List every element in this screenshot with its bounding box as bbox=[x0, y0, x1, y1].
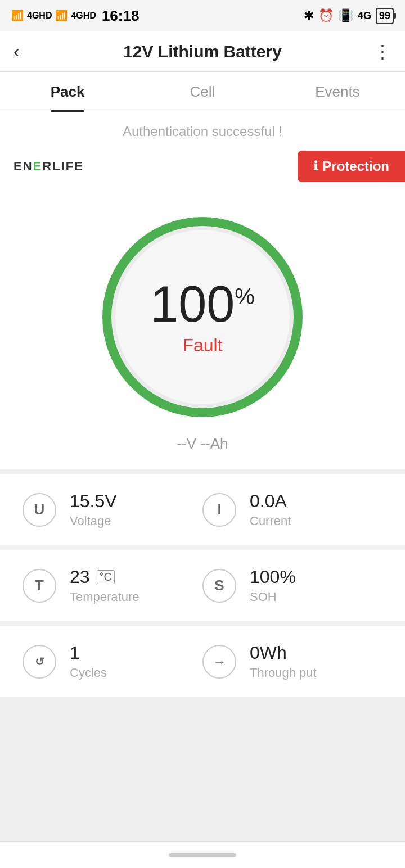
menu-button[interactable]: ⋮ bbox=[364, 41, 392, 62]
metric-voltage: U 15.5V Voltage bbox=[22, 491, 202, 528]
battery-indicator: 99 bbox=[376, 8, 394, 24]
bluetooth-icon: ✱ bbox=[304, 8, 314, 23]
temperature-value: 23 °C bbox=[70, 567, 140, 587]
metric-temperature: T 23 °C Temperature bbox=[22, 567, 202, 604]
voltage-value: 15.5V bbox=[70, 491, 117, 512]
alert-icon: ℹ bbox=[313, 159, 318, 174]
metric-soh: S 100% SOH bbox=[202, 567, 382, 604]
signal-icon-2: 📶 bbox=[55, 10, 68, 22]
gauge-section: 100% Fault --V --Ah bbox=[0, 193, 405, 469]
status-left: 📶 4GHD 📶 4GHD 16:18 bbox=[11, 7, 139, 25]
protection-label: Protection bbox=[322, 159, 389, 174]
tab-events[interactable]: Events bbox=[270, 72, 405, 112]
cycles-label: Cycles bbox=[70, 666, 107, 680]
gauge-wrapper: 100% Fault bbox=[96, 210, 309, 424]
tab-pack[interactable]: Pack bbox=[0, 72, 135, 112]
metric-cycles-text: 1 Cycles bbox=[70, 643, 107, 680]
current-icon-circle: I bbox=[202, 493, 236, 527]
protection-badge[interactable]: ℹ Protection bbox=[298, 151, 405, 182]
tab-cell[interactable]: Cell bbox=[135, 72, 270, 112]
brand-protection-row: ENERLIFE ℹ Protection bbox=[0, 145, 405, 193]
vibrate-icon: 📳 bbox=[338, 8, 353, 23]
soh-icon-circle: S bbox=[202, 569, 236, 603]
soh-value: 100% bbox=[250, 567, 296, 587]
status-right: ✱ ⏰ 📳 4G 99 bbox=[304, 8, 394, 24]
current-label: Current bbox=[250, 514, 291, 528]
tab-bar: Pack Cell Events bbox=[0, 72, 405, 112]
auth-bar: Authentication successful ! bbox=[0, 112, 405, 145]
metric-soh-text: 100% SOH bbox=[250, 567, 296, 604]
metric-throughput: → 0Wh Through put bbox=[202, 643, 382, 680]
cycles-icon-circle: ↺ bbox=[22, 645, 56, 679]
header: ‹ 12V Lithium Battery ⋮ bbox=[0, 31, 405, 72]
bottom-nav-indicator bbox=[169, 853, 236, 857]
metrics-row-2: T 23 °C Temperature S 100% SOH bbox=[0, 550, 405, 621]
celsius-box: °C bbox=[97, 570, 115, 584]
metric-current-text: 0.0A Current bbox=[250, 491, 291, 528]
gauge-status: Fault bbox=[182, 335, 222, 356]
status-bar: 📶 4GHD 📶 4GHD 16:18 ✱ ⏰ 📳 4G 99 bbox=[0, 0, 405, 31]
alarm-icon: ⏰ bbox=[318, 8, 334, 23]
page-title: 12V Lithium Battery bbox=[123, 42, 282, 61]
signal-label-2: 4GHD bbox=[71, 11, 96, 21]
voltage-label: Voltage bbox=[70, 514, 117, 528]
metrics-row-1: U 15.5V Voltage I 0.0A Current bbox=[0, 474, 405, 545]
back-button[interactable]: ‹ bbox=[14, 41, 40, 62]
throughput-value: 0Wh bbox=[250, 643, 317, 663]
temperature-label: Temperature bbox=[70, 590, 140, 604]
soh-label: SOH bbox=[250, 590, 296, 604]
signal-label-1: 4GHD bbox=[27, 11, 52, 21]
metric-cycles: ↺ 1 Cycles bbox=[22, 643, 202, 680]
voltage-icon-circle: U bbox=[22, 493, 56, 527]
throughput-icon-circle: → bbox=[202, 645, 236, 679]
bottom-spacer bbox=[0, 702, 405, 769]
gauge-inner: 100% Fault bbox=[150, 279, 255, 356]
cycles-value: 1 bbox=[70, 643, 107, 663]
metric-voltage-text: 15.5V Voltage bbox=[70, 491, 117, 528]
main-content: Authentication successful ! ENERLIFE ℹ P… bbox=[0, 112, 405, 868]
signal-icon-1: 📶 bbox=[11, 10, 24, 22]
current-value: 0.0A bbox=[250, 491, 291, 512]
gauge-percentage: 100% bbox=[150, 279, 255, 329]
brand-logo: ENERLIFE bbox=[14, 159, 84, 174]
battery-level: 99 bbox=[379, 10, 390, 22]
throughput-label: Through put bbox=[250, 666, 317, 680]
voltage-ah: --V --Ah bbox=[177, 435, 228, 453]
metrics-grid: U 15.5V Voltage I 0.0A Current bbox=[0, 474, 405, 769]
metric-temperature-text: 23 °C Temperature bbox=[70, 567, 140, 604]
bottom-nav bbox=[0, 841, 405, 868]
metric-current: I 0.0A Current bbox=[202, 491, 382, 528]
metrics-row-3: ↺ 1 Cycles → 0Wh Through put bbox=[0, 626, 405, 697]
status-time: 16:18 bbox=[102, 7, 140, 25]
metric-throughput-text: 0Wh Through put bbox=[250, 643, 317, 680]
pct-symbol: % bbox=[235, 284, 255, 309]
auth-message: Authentication successful ! bbox=[123, 124, 282, 139]
temperature-icon-circle: T bbox=[22, 569, 56, 603]
signal-4g-icon: 4G bbox=[358, 10, 371, 22]
